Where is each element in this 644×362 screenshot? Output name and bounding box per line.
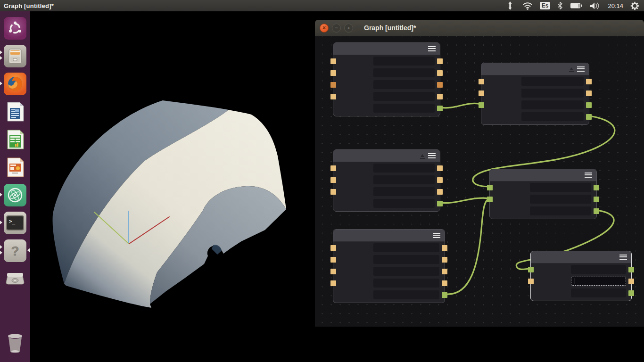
value-input[interactable] <box>373 92 435 101</box>
input-port-x0[interactable] <box>330 245 336 251</box>
node-header[interactable] <box>333 43 440 55</box>
tray-battery[interactable] <box>570 0 582 11</box>
output-port-shape[interactable] <box>594 208 599 214</box>
node-r0[interactable] <box>333 229 445 303</box>
node-header[interactable] <box>531 251 631 263</box>
input-port-r[interactable] <box>330 189 336 195</box>
shape-slot[interactable] <box>530 183 591 192</box>
launcher-item-trash[interactable] <box>4 331 26 354</box>
value-input[interactable] <box>373 57 435 66</box>
input-port-shape[interactable] <box>479 102 484 108</box>
output-port-r[interactable] <box>437 189 443 195</box>
tray-bluetooth[interactable] <box>557 0 563 11</box>
value-input[interactable] <box>373 164 435 173</box>
output-port-height[interactable] <box>442 280 447 286</box>
output-port-y0[interactable] <box>437 177 443 183</box>
value-input[interactable] <box>571 277 626 286</box>
launcher-item-help[interactable]: ? <box>4 239 26 262</box>
output-port-shape[interactable] <box>586 102 592 108</box>
value-input[interactable] <box>521 89 584 98</box>
output-port-out[interactable] <box>586 114 592 120</box>
output-port-zmax[interactable] <box>586 90 592 96</box>
tray-volume[interactable] <box>589 0 601 11</box>
wire-c0.shape-to-d0.b[interactable] <box>440 198 489 203</box>
output-port-x[interactable] <box>628 279 634 284</box>
node-header[interactable] <box>481 63 589 75</box>
output-port-N[interactable] <box>437 82 443 88</box>
shape-slot[interactable] <box>530 206 591 215</box>
node-header[interactable] <box>490 169 596 181</box>
launcher-item-ubuntu-dash[interactable] <box>4 17 26 40</box>
tray-session-gear[interactable] <box>630 0 639 11</box>
minimize-button[interactable]: − <box>332 24 341 33</box>
value-input[interactable] <box>373 68 435 77</box>
tray-wifi[interactable] <box>522 0 533 11</box>
node-p0[interactable] <box>333 42 440 116</box>
output-port-shape[interactable] <box>442 292 447 298</box>
tray-network[interactable] <box>505 0 515 11</box>
input-port-y[interactable] <box>330 70 336 76</box>
input-port-width[interactable] <box>330 269 336 274</box>
launcher-item-files[interactable] <box>4 45 26 67</box>
node-header[interactable] <box>333 230 445 242</box>
output-port-width[interactable] <box>442 269 447 274</box>
input-port-x[interactable] <box>330 58 336 64</box>
input-port-r[interactable] <box>330 94 336 99</box>
node-d0[interactable] <box>489 169 597 219</box>
value-input[interactable] <box>373 243 439 252</box>
node-menu-icon[interactable] <box>433 233 440 239</box>
launcher-item-atom[interactable] <box>4 184 26 206</box>
node-menu-icon[interactable] <box>619 255 627 260</box>
input-port-zmin[interactable] <box>479 79 484 84</box>
output-port-x0[interactable] <box>437 165 443 171</box>
output-port-r[interactable] <box>437 94 443 99</box>
output-port-b[interactable] <box>594 197 599 202</box>
shape-slot[interactable] <box>373 290 439 299</box>
close-button[interactable]: × <box>320 24 329 33</box>
input-port-N[interactable] <box>330 82 336 88</box>
launcher-item-libreoffice-writer[interactable] <box>4 100 26 123</box>
shape-slot[interactable] <box>373 199 435 208</box>
output-port-shape[interactable] <box>437 106 443 111</box>
launcher-item-libreoffice-calc[interactable] <box>4 128 26 151</box>
output-port-x[interactable] <box>437 58 443 64</box>
input-port-a[interactable] <box>528 267 534 272</box>
output-port-zmin[interactable] <box>586 79 592 84</box>
tray-clock[interactable]: 20:14 <box>608 0 623 11</box>
input-port-x[interactable] <box>528 279 534 284</box>
window-titlebar[interactable]: × − ▫ Graph [untitled]* <box>315 20 644 36</box>
tray-keyboard-layout[interactable]: Es <box>540 0 551 11</box>
launcher-item-libreoffice-impress[interactable] <box>4 156 26 179</box>
launcher-item-terminal[interactable]: >_ <box>4 212 26 234</box>
input-port-height[interactable] <box>330 280 336 286</box>
maximize-button[interactable]: ▫ <box>344 24 353 33</box>
value-input[interactable] <box>373 279 439 288</box>
input-port-zmax[interactable] <box>479 90 484 96</box>
shape-slot[interactable] <box>571 288 626 297</box>
value-input[interactable] <box>373 255 439 264</box>
output-port-a[interactable] <box>628 267 634 272</box>
input-port-y0[interactable] <box>330 177 336 183</box>
input-port-x0[interactable] <box>330 165 336 171</box>
3d-viewport[interactable] <box>0 0 330 362</box>
wire-p0.shape-to-e0.shape[interactable] <box>440 103 481 107</box>
node-r1[interactable] <box>530 251 632 301</box>
shape-slot[interactable] <box>530 195 591 204</box>
output-port-y[interactable] <box>437 70 443 76</box>
node-menu-icon[interactable] <box>428 153 436 159</box>
shape-slot[interactable] <box>373 104 435 113</box>
shape-slot[interactable] <box>521 112 584 121</box>
launcher-item-firefox[interactable] <box>4 73 26 95</box>
output-port-out[interactable] <box>628 290 634 296</box>
node-menu-icon[interactable] <box>428 46 436 52</box>
node-c0[interactable] <box>333 149 440 212</box>
launcher-item-disk[interactable] <box>4 267 26 290</box>
input-port-a[interactable] <box>487 185 493 190</box>
wire-r0.shape-to-d0.b[interactable] <box>446 198 489 294</box>
value-input[interactable] <box>373 80 435 89</box>
value-input[interactable] <box>373 187 435 196</box>
input-port-b[interactable] <box>487 197 493 202</box>
node-menu-icon[interactable] <box>577 66 585 72</box>
value-input[interactable] <box>373 267 439 276</box>
input-port-y0[interactable] <box>330 257 336 263</box>
